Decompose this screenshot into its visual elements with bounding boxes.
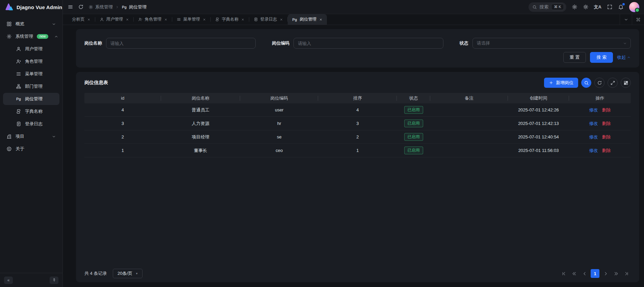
sidebar-item-label: 系统管理 [16,33,33,40]
sidebar-item-menus[interactable]: 菜单管理 [3,68,59,80]
status-badge: 已启用 [404,133,423,141]
add-post-button[interactable]: 新增岗位 [544,78,578,88]
cell-created: 2025-07-01 12:40:54 [508,134,569,139]
collapse-filter-link[interactable]: 收起 [617,54,631,60]
cell-sort: 3 [318,121,397,126]
tabbar-controls [620,14,644,25]
close-icon[interactable] [280,18,283,21]
sidebar-item-label: 概览 [16,21,24,27]
caret-down-icon: ▼ [135,272,138,275]
top-header: 系统管理 Pg 岗位管理 搜索 ⌘ K 文A [63,0,644,14]
filter-panel: 岗位名称 岗位编码 状态请选择 重 置 搜 索 收起 [76,29,639,68]
search-icon [532,5,537,9]
delete-link[interactable]: 删除 [602,121,611,126]
post-name-input[interactable] [106,38,256,49]
chevron-right-icon [115,5,119,9]
close-icon[interactable] [126,18,129,21]
fullscreen-icon[interactable] [607,4,613,10]
next-page-button[interactable] [601,269,610,278]
tab-dict[interactable]: 字典名称 [211,14,249,25]
refresh-table-button[interactable] [594,78,604,88]
close-icon[interactable] [203,18,206,21]
page-number-button[interactable]: 1 [591,269,599,278]
post-code-input[interactable] [293,38,443,49]
edit-link[interactable]: 修改 [589,148,598,153]
hamburger-menu-icon[interactable] [68,4,73,10]
pin-icon [52,278,56,282]
sidebar-item-about[interactable]: 关于 [3,143,59,155]
sidebar-item-logs[interactable]: 登录日志 [3,118,59,130]
reset-button[interactable]: 重 置 [563,52,586,63]
delete-link[interactable]: 删除 [602,107,611,112]
last-page-button[interactable] [622,269,631,278]
first-page-button[interactable] [559,269,568,278]
search-icon [584,80,589,85]
jump-forward-button[interactable] [612,269,620,278]
theme-toggle-sun-icon[interactable] [583,4,589,10]
cell-id: 4 [84,107,161,112]
sidebar-item-users[interactable]: 用户管理 [3,43,59,55]
pg-icon: Pg [292,18,298,22]
search-shortcut-badge: ⌘ K [551,4,564,10]
toggle-search-button[interactable] [581,78,591,88]
delete-link[interactable]: 删除 [602,148,611,153]
tab-label: 岗位管理 [300,17,317,22]
notifications-bell-icon[interactable] [618,4,624,10]
page-size-select[interactable]: 20条/页 ▼ [113,269,143,278]
dict-icon [215,17,220,22]
dict-icon [16,109,21,114]
breadcrumb-section[interactable]: 系统管理 [88,4,113,10]
sidebar-menu: 概览 系统管理new 用户管理 角色管理 菜单管理 部门管理 Pg岗位管理 字典… [0,14,62,273]
close-icon[interactable] [319,18,323,21]
sidebar-item-label: 部门管理 [25,83,43,89]
sidebar-collapse-button[interactable]: « [4,277,13,284]
status-select[interactable]: 请选择 [472,38,631,49]
sidebar-item-project[interactable]: 项目 [3,130,59,142]
tab-roles[interactable]: 角色管理 [134,14,172,25]
tabbar-maximize-button[interactable] [632,14,644,25]
delete-link[interactable]: 删除 [602,134,611,139]
tab-label: 角色管理 [145,17,162,22]
sidebar-item-overview[interactable]: 概览 [3,18,59,30]
search-button[interactable]: 搜 索 [590,52,613,63]
tab-menus[interactable]: 菜单管理 [172,14,210,25]
cell-created: 2025-07-01 12:42:13 [508,121,569,126]
sidebar-item-depts[interactable]: 部门管理 [3,80,59,93]
org-icon [16,84,21,89]
breadcrumb-page[interactable]: Pg 岗位管理 [122,4,147,10]
tabbar-dropdown-button[interactable] [620,14,632,25]
column-header: 创建时间 [508,95,569,101]
prev-page-button[interactable] [580,269,589,278]
table-fullscreen-button[interactable] [608,78,618,88]
about-icon [6,146,12,152]
tab-users[interactable]: 用户管理 [95,14,133,25]
sidebar-item-roles[interactable]: 角色管理 [3,55,59,68]
tab-logs[interactable]: 登录日志 [249,14,287,25]
sidebar-pin-button[interactable] [50,277,58,284]
language-translate-icon[interactable]: 文A [594,4,601,10]
edit-link[interactable]: 修改 [589,121,598,126]
cell-code: se [240,134,318,139]
close-icon[interactable] [87,18,91,21]
user-avatar[interactable] [629,2,639,12]
refresh-icon [597,80,602,85]
edit-link[interactable]: 修改 [589,107,598,112]
close-icon[interactable] [241,18,244,21]
cell-id: 2 [84,134,161,139]
records-total: 共 4 条记录 [84,270,107,277]
sidebar-item-posts[interactable]: Pg岗位管理 [3,93,59,105]
column-settings-button[interactable] [621,78,631,88]
table-row: 3 人力资源 hr 3 已启用 2025-07-01 12:42:13 修改删除 [84,117,631,130]
sidebar-item-system[interactable]: 系统管理new [3,30,59,43]
sidebar-item-dict[interactable]: 字典名称 [3,105,59,118]
settings-gear-icon[interactable] [572,4,577,10]
close-icon[interactable] [164,18,168,21]
jump-back-button[interactable] [570,269,578,278]
global-search-button[interactable]: 搜索 ⌘ K [529,2,566,12]
refresh-page-icon[interactable] [78,4,84,10]
tab-analysis[interactable]: 分析页 [68,14,95,25]
chevron-up-icon [54,34,58,39]
app-logo[interactable]: Djagno Vue Admin [0,0,62,14]
edit-link[interactable]: 修改 [589,134,598,139]
tab-posts[interactable]: Pg岗位管理 [288,14,327,25]
